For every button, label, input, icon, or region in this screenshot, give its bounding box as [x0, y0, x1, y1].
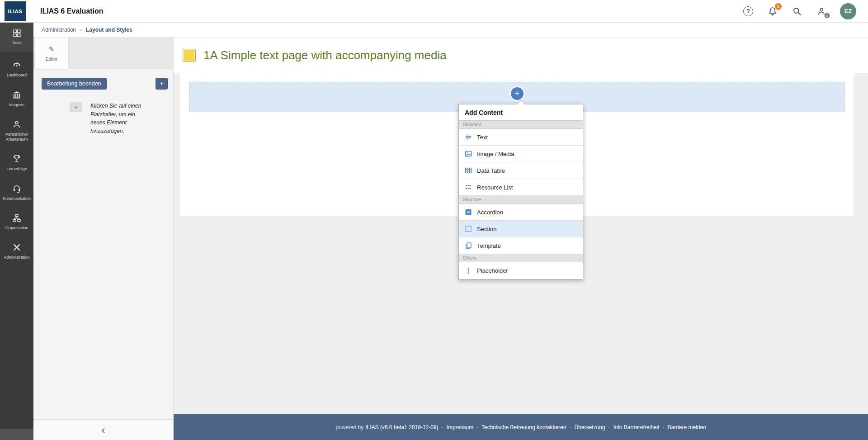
- popup-item-label: Resource List: [477, 184, 513, 191]
- sidebar-item-label: Dashboard: [7, 73, 27, 78]
- sidebar-item-label: Persönlicher Arbeitsraum: [1, 132, 32, 142]
- help-button[interactable]: ?: [742, 5, 754, 17]
- notifications-button[interactable]: 1: [767, 5, 778, 17]
- table-icon: [465, 167, 472, 174]
- popup-group-structure: Structure: [459, 196, 583, 204]
- notification-badge: 1: [775, 3, 782, 10]
- breadcrumb-separator: ›: [80, 27, 82, 33]
- pencil-icon: ✎: [49, 45, 55, 53]
- repository-icon: [12, 90, 21, 99]
- popup-item-label: Section: [477, 226, 496, 232]
- powered-by-text: powered by: [335, 424, 363, 431]
- page-title: 1A Simple text page with accompanying me…: [203, 48, 447, 62]
- breadcrumb: Administration › Layout and Styles: [33, 23, 868, 38]
- ellipsis-vertical-icon: [465, 267, 472, 274]
- text-icon: [465, 133, 472, 141]
- sidebar-item-label: Organisation: [5, 226, 28, 231]
- sidebar-item-dashboard[interactable]: Dashboard: [0, 54, 33, 84]
- sidebar-item-organisation[interactable]: Organisation: [0, 207, 33, 237]
- avatar-initials: EZ: [844, 8, 852, 14]
- add-content-button[interactable]: +: [511, 87, 524, 100]
- list-icon: [465, 184, 472, 191]
- org-chart-icon: [12, 213, 21, 222]
- search-icon: [792, 6, 802, 16]
- dropdown-caret-button[interactable]: ▼: [156, 78, 168, 90]
- sidebar-item-label: Magazin: [9, 103, 24, 108]
- breadcrumb-current: Layout and Styles: [86, 27, 132, 33]
- popup-item-accordion[interactable]: Accordion: [459, 204, 583, 221]
- popup-item-resource-list[interactable]: Resource List: [459, 179, 583, 196]
- popup-item-text[interactable]: Text: [459, 129, 583, 146]
- sidebar-item-communication[interactable]: Kommunikation: [0, 178, 33, 207]
- logo-text: ILIAS: [8, 9, 23, 14]
- page-type-icon: [183, 49, 196, 62]
- footer-separator: ·: [663, 424, 665, 431]
- footer-separator: ·: [476, 424, 478, 431]
- footer-link-impressum[interactable]: Impressum: [447, 424, 473, 431]
- popup-item-label: Template: [477, 242, 501, 249]
- placeholder-add-box[interactable]: +: [70, 102, 82, 112]
- popup-group-standard: Standard: [459, 121, 583, 129]
- tools-cross-icon: [12, 243, 21, 252]
- popup-item-placeholder[interactable]: Placeholder: [459, 262, 583, 279]
- caret-down-icon: ▼: [160, 81, 164, 86]
- help-icon: ?: [743, 6, 753, 16]
- sidebar-item-magazin[interactable]: Magazin: [0, 84, 33, 114]
- finish-editing-button[interactable]: Bearbeitung beenden: [42, 78, 107, 90]
- avatar[interactable]: EZ: [840, 3, 856, 19]
- footer: powered by ILIAS (v6.0 beta1 2019-12-09)…: [174, 414, 868, 440]
- footer-separator: ·: [442, 424, 443, 431]
- headset-icon: [12, 184, 21, 193]
- page-header: 1A Simple text page with accompanying me…: [174, 38, 868, 73]
- section-icon: [465, 225, 472, 232]
- sidebar-item-label: Lernerfolge: [6, 166, 27, 171]
- plus-icon: +: [74, 104, 78, 110]
- sidebar-item-label: Administration: [4, 255, 29, 260]
- add-content-popup: Add Content Standard Text Image / Media …: [458, 104, 583, 279]
- footer-link-translation[interactable]: Übersetzung: [574, 424, 605, 431]
- panel-toolbar: Bearbeitung beenden ▼: [42, 78, 168, 90]
- sidebar-item-personal-workspace[interactable]: Persönlicher Arbeitsraum: [0, 114, 33, 148]
- footer-link-accessibility-info[interactable]: Info Barrierefreiheit: [613, 424, 659, 431]
- sidebar-item-administration[interactable]: Administration: [0, 237, 33, 266]
- image-icon: [465, 150, 472, 157]
- footer-separator: ·: [608, 424, 610, 431]
- chevron-left-icon: ‹: [102, 425, 105, 435]
- sidebar-item-label: Tools: [12, 41, 21, 46]
- popup-item-label: Placeholder: [477, 267, 508, 274]
- placeholder-hint-text: Klicken Sie auf einen Platzhalter, um ei…: [90, 102, 147, 135]
- sidebar-item-tools[interactable]: Tools: [0, 23, 33, 52]
- online-users-button[interactable]: 0: [816, 5, 827, 17]
- footer-link-version[interactable]: ILIAS (v6.0 beta1 2019-12-09): [365, 424, 438, 431]
- footer-link-report-barrier[interactable]: Barriere melden: [668, 424, 706, 431]
- dashboard-icon: [12, 61, 21, 70]
- sidebar-bottom-toggle[interactable]: [0, 429, 33, 440]
- popup-item-data-table[interactable]: Data Table: [459, 162, 583, 179]
- template-icon: [465, 242, 472, 249]
- popup-title: Add Content: [459, 104, 583, 121]
- top-header: ILIAS ILIAS 6 Evaluation ? 1 0 EZ: [0, 0, 868, 23]
- footer-link-support[interactable]: Technische Betreuung kontaktieren: [481, 424, 566, 431]
- placeholder-hint-row: + Klicken Sie auf einen Platzhalter, um …: [70, 102, 166, 135]
- person-icon: [12, 120, 21, 129]
- plus-icon: +: [514, 90, 519, 98]
- breadcrumb-administration[interactable]: Administration: [42, 27, 76, 33]
- tab-editor[interactable]: ✎ Editor: [35, 38, 68, 69]
- popup-item-label: Text: [477, 134, 488, 141]
- panel-collapse-button[interactable]: ‹: [33, 419, 173, 440]
- popup-item-template[interactable]: Template: [459, 237, 583, 254]
- popup-item-label: Image / Media: [477, 151, 514, 157]
- grid-icon: [13, 29, 21, 38]
- main-sidebar: Tools Dashboard Magazin Persönlicher Arb…: [0, 23, 33, 440]
- ilias-logo[interactable]: ILIAS: [5, 1, 26, 21]
- popup-item-section[interactable]: Section: [459, 221, 583, 237]
- accordion-icon: [465, 208, 472, 216]
- sidebar-item-achievements[interactable]: Lernerfolge: [0, 148, 33, 177]
- popup-item-label: Accordion: [477, 209, 503, 216]
- popup-item-image-media[interactable]: Image / Media: [459, 146, 583, 162]
- sidebar-item-label: Kommunikation: [3, 196, 31, 201]
- main-content: 1A Simple text page with accompanying me…: [174, 38, 868, 414]
- tab-editor-label: Editor: [46, 57, 57, 62]
- popup-item-label: Data Table: [477, 167, 505, 174]
- search-button[interactable]: [791, 5, 803, 17]
